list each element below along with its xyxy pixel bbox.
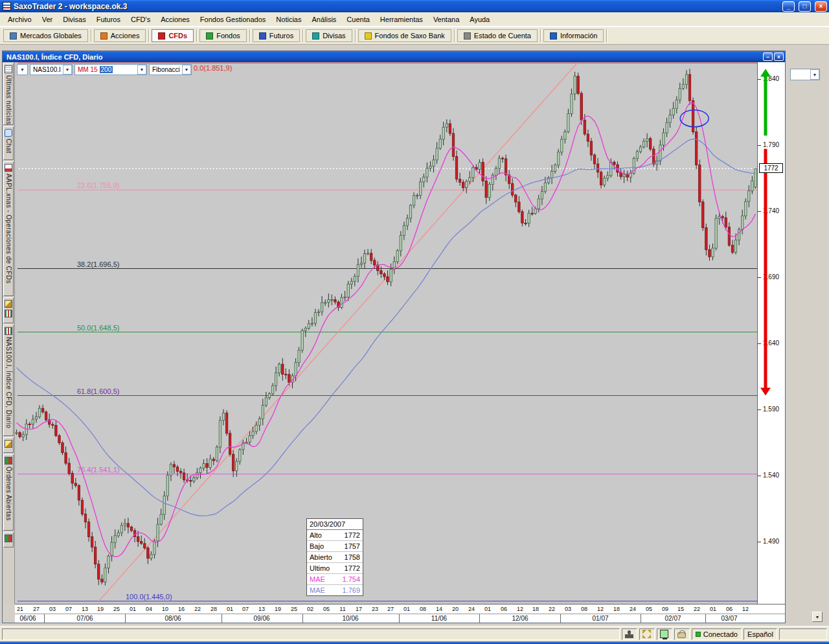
lock-icon: [677, 632, 686, 638]
dock-tab-nas100-i-ndice-cfd-diario[interactable]: NAS100.I, Índice CFD, Diario: [3, 325, 14, 436]
drawing-tool-combo[interactable]: Fibonacci ▼: [149, 64, 192, 75]
dock-icon-group[interactable]: [3, 437, 14, 453]
month-band: 06/0607/0608/0609/0610/0611/0612/0601/07…: [15, 614, 785, 623]
x-axis-day-label: 05: [643, 606, 655, 612]
x-axis-day-label: 14: [433, 606, 445, 612]
x-axis-month-label: 01/07: [587, 615, 613, 622]
indicator-combo[interactable]: MM 15 200 ▼: [74, 64, 147, 75]
status-icon-cell: [674, 628, 690, 640]
toolbar-tab-label: Fondos: [216, 32, 240, 40]
trend-arrows: [758, 62, 775, 604]
day-band: 2127030713192501041016222801071319250205…: [15, 604, 785, 614]
chart-close-button[interactable]: ×: [774, 52, 784, 61]
drawing-tool-combo-value: Fibonacci: [152, 66, 180, 73]
instrument-selector-button[interactable]: ▼: [17, 64, 28, 75]
toolbar-tab-divisas[interactable]: Divisas: [306, 29, 352, 42]
toolbar-tab-label: Información: [560, 32, 597, 40]
x-axis-day-label: 08: [578, 606, 590, 612]
indicator-combo-value: MM 15: [78, 66, 98, 73]
plot-svg[interactable]: 0.0(1.851,9)23.6(1.755,9)38.2(1.696,5)50…: [15, 62, 757, 604]
tooltip-rows: Alto1772Bajo1757Abierto1758Ultimo1772MAE…: [307, 530, 363, 595]
toolbar-separator: [454, 29, 455, 42]
tooltip-row-label: Bajo: [310, 542, 324, 550]
x-axis-day-label: 20: [449, 606, 461, 612]
menu-fondos-gestionados[interactable]: Fondos Gestionados: [195, 14, 271, 25]
x-axis-day-label: 19: [95, 606, 106, 612]
dock-tab-ltimas-noticias[interactable]: Últimas noticias: [3, 63, 14, 125]
toolbar-separator: [249, 29, 251, 42]
toolbar-tab-informaci-n[interactable]: Información: [543, 29, 604, 42]
toolbar-tab-mercados-globales[interactable]: Mercados Globales: [3, 29, 88, 42]
x-axis-day-label: 24: [466, 606, 477, 612]
month-boundary-tick: [302, 614, 303, 623]
month-boundary-tick: [44, 614, 45, 623]
x-axis-month-label: 12/06: [507, 615, 533, 622]
workspace: NAS100.I, Índice CFD, Diario − × Últimas…: [0, 45, 829, 626]
maximize-button[interactable]: □: [799, 1, 811, 12]
x-axis-day-label: 28: [208, 606, 220, 612]
toolbar-tab-futuros[interactable]: Futuros: [253, 29, 300, 42]
menu-acciones[interactable]: Acciones: [155, 14, 195, 25]
menu-ventana[interactable]: Ventana: [428, 14, 464, 25]
toolbar-tab-cfds[interactable]: CFDs: [152, 29, 194, 42]
taskbar-edge: [0, 641, 829, 644]
dock-tab-chat[interactable]: Chat: [3, 126, 14, 160]
month-boundary-tick: [641, 614, 641, 623]
connection-status-cell[interactable]: Conectado: [692, 628, 742, 640]
dock-tab-aapl-xnas-operaciones-de-cfds[interactable]: AAPL.xnas - Operaciones de CFDs: [3, 161, 14, 296]
connection-status-label: Conectado: [703, 630, 738, 638]
minimize-button[interactable]: _: [782, 1, 795, 12]
dock-tab-rdenes-abiertas[interactable]: Órdenes Abiertas: [3, 454, 14, 531]
tooltip-row: Abierto1758: [307, 551, 363, 562]
menu-cuenta[interactable]: Cuenta: [341, 14, 374, 25]
menu-ver[interactable]: Ver: [37, 14, 58, 25]
svg-text:61.8(1.600,5): 61.8(1.600,5): [77, 387, 119, 395]
chat-icon: [5, 129, 12, 137]
dock-icon-group[interactable]: [3, 297, 14, 323]
tooltip-row-value: 1772: [345, 531, 360, 539]
toolbar-tab-estado-de-cuenta[interactable]: Estado de Cuenta: [457, 29, 538, 42]
funds-icon: [206, 32, 213, 40]
toolbar-separator: [148, 29, 150, 42]
chevron-down-icon[interactable]: ▼: [137, 65, 146, 75]
right-panel-combo[interactable]: ▼: [790, 69, 820, 80]
info-icon: [550, 32, 557, 40]
window-titlebar[interactable]: SaxoTrader 2 - workspace.ok.3 _ □ ×: [0, 0, 829, 12]
chart-plot-area[interactable]: 0.0(1.851,9)23.6(1.755,9)38.2(1.696,5)50…: [15, 62, 757, 604]
scrollbar-down-button[interactable]: ▼: [812, 612, 823, 622]
chevron-down-icon[interactable]: ▼: [182, 65, 191, 75]
menu-cfd-s[interactable]: CFD's: [126, 14, 155, 25]
toolbar-tab-acciones[interactable]: Acciones: [94, 29, 146, 42]
edit-icon: [5, 300, 12, 308]
menu-archivo[interactable]: Archivo: [3, 14, 37, 25]
menu-divisas[interactable]: Divisas: [58, 14, 91, 25]
menu-noticias[interactable]: Noticias: [271, 14, 306, 25]
toolbar-tab-label: Divisas: [323, 32, 345, 40]
menu-futuros[interactable]: Futuros: [91, 14, 126, 25]
orders-icon: [5, 535, 12, 542]
chevron-down-icon[interactable]: ▼: [810, 69, 819, 80]
menu-an-lisis[interactable]: Análisis: [306, 14, 341, 25]
x-axis-day-label: 07: [240, 606, 251, 612]
account-icon: [464, 32, 471, 40]
toolbar-tab-fondos[interactable]: Fondos: [199, 29, 247, 42]
chart-pin-button[interactable]: −: [763, 52, 773, 61]
toolbar-separator: [196, 29, 198, 42]
language-label: Español: [747, 630, 773, 638]
menu-herramientas[interactable]: Herramientas: [375, 14, 428, 25]
svg-text:100.0(1.445,0): 100.0(1.445,0): [126, 593, 172, 601]
chevron-down-icon[interactable]: ▼: [63, 65, 72, 75]
close-button[interactable]: ×: [815, 1, 827, 12]
instrument-combo[interactable]: NAS100.I ▼: [30, 64, 73, 75]
dock-icon-group[interactable]: [3, 532, 14, 547]
x-axis-day-label: 13: [256, 606, 267, 612]
svg-text:50.0(1.648,5): 50.0(1.648,5): [77, 324, 119, 332]
language-cell[interactable]: Español: [744, 628, 777, 640]
menu-bar: ArchivoVerDivisasFuturosCFD'sAccionesFon…: [0, 12, 829, 27]
fx-icon: [312, 32, 319, 40]
toolbar-tab-fondos-de-saxo-bank[interactable]: Fondos de Saxo Bank: [358, 29, 451, 42]
month-boundary-tick: [399, 614, 400, 623]
chart-window-title: NAS100.I, Índice CFD, Diario: [6, 53, 762, 61]
chart-window-titlebar[interactable]: NAS100.I, Índice CFD, Diario − ×: [3, 51, 785, 62]
menu-ayuda[interactable]: Ayuda: [464, 14, 495, 25]
